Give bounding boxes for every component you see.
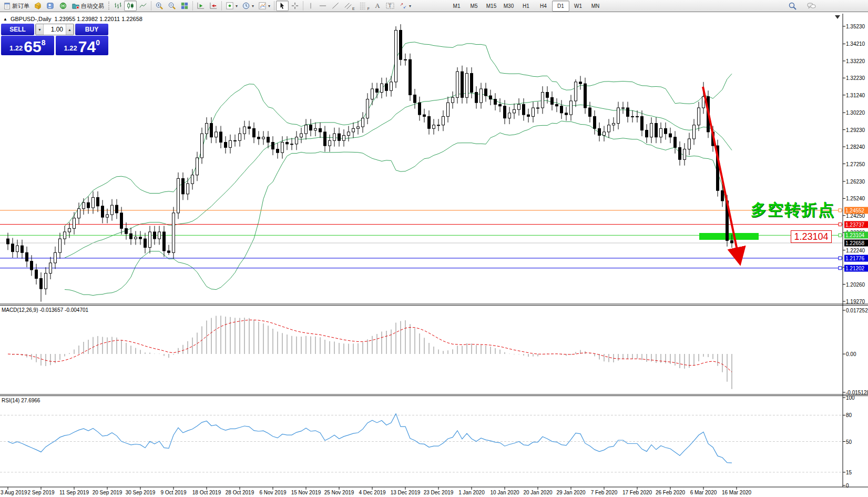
sell-price-button[interactable]: 1.22 65 8 [1,36,54,55]
buy-button[interactable]: BUY [75,24,108,35]
timeframe-button-H1[interactable]: H1 [517,1,535,12]
channel-button[interactable]: E [342,1,357,11]
price-axis-label: 1.30220 [846,110,865,116]
date-axis-label[interactable]: 17 Feb 2020 [622,490,652,495]
label-tool-button[interactable]: T [383,1,397,11]
horizontal-line-button[interactable] [316,1,329,11]
price-axis-label: 1.27250 [846,161,865,167]
date-axis-label[interactable]: 2 Sep 2019 [27,490,54,495]
date-axis-label[interactable]: 25 Nov 2019 [324,490,354,495]
date-axis-label[interactable]: 20 Jan 2020 [523,490,552,495]
toolbar-separator [274,1,274,11]
new-order-icon [3,2,11,10]
volume-increase-button[interactable]: ▲ [66,24,74,35]
horizontal-line-icon [319,2,327,10]
templates-button[interactable]: ▾ [256,1,272,11]
date-axis-label[interactable]: 4 Dec 2019 [359,490,385,495]
price-axis-label: 1.20260 [846,281,865,287]
date-axis-label[interactable]: 28 Oct 2019 [226,490,254,495]
buy-price-big: 74 [78,39,96,54]
macd-indicator-label: MACD(12,26,9) -0.013657 -0.004701 [2,307,88,313]
indicators-button[interactable]: ▾ [223,1,240,11]
buy-price-button[interactable]: 1.22 74 0 [56,36,109,55]
timeframe-button-MN[interactable]: MN [587,1,604,12]
timeframe-button-M1[interactable]: M1 [448,1,465,12]
price-axis-label: 1.32230 [846,75,865,81]
timeframe-button-M30[interactable]: M30 [500,1,517,12]
arrows-tool-icon [399,2,407,10]
search-button[interactable] [786,1,799,11]
vertical-line-button[interactable] [305,1,316,11]
line-chart-icon [139,2,147,10]
date-axis-label[interactable]: 9 Oct 2019 [161,490,187,495]
chevron-down-icon: ▾ [252,4,254,8]
line-chart-button[interactable] [137,1,149,11]
auto-scroll-button[interactable] [195,1,207,11]
text-tool-button[interactable]: A [372,1,383,11]
rsi-axis-label: 100 [846,395,855,401]
toolbar-separator [221,1,222,11]
volume-decrease-button[interactable]: ▼ [36,24,44,35]
autotrading-button[interactable]: 自动交易 [69,1,106,11]
date-axis-label[interactable]: 26 Feb 2020 [656,490,685,495]
new-order-button[interactable]: 新订单 [1,1,32,11]
tile-windows-button[interactable] [178,1,191,11]
periods-button[interactable]: ▾ [240,1,256,11]
price-axis-label: 1.22240 [846,247,865,253]
toolbar-grip [108,2,109,10]
date-axis-label[interactable]: 6 Mar 2020 [690,490,717,495]
label-tool-icon: T [385,2,395,10]
indicators-icon [226,2,234,10]
chat-icon [806,2,816,11]
journal-button[interactable] [32,1,44,11]
arrows-tool-button[interactable]: ▾ [397,1,413,11]
chevron-down-icon: ▾ [268,4,270,8]
trendline-button[interactable] [329,1,342,11]
chart-shift-button[interactable] [207,1,220,11]
timeframe-button-H4[interactable]: H4 [535,1,552,12]
date-axis-label[interactable]: 16 Mar 2020 [722,490,751,495]
date-axis-label[interactable]: 15 Nov 2019 [291,490,321,495]
price-badge: 1.21202 [844,265,868,271]
timeframe-button-D1[interactable]: D1 [552,1,569,12]
bars-chart-button[interactable] [111,1,124,11]
macd-axis-label: 0.017252 [846,308,868,313]
date-axis-label[interactable]: 23 Dec 2019 [424,490,454,495]
chart-canvas[interactable] [0,12,868,497]
toolbar-separator [151,1,151,11]
sell-button[interactable]: SELL [1,24,34,35]
date-axis-label[interactable]: 3 Aug 2019 [1,490,27,495]
candles-chart-button[interactable] [124,1,137,11]
timeframe-button-M5[interactable]: M5 [465,1,483,12]
zoom-in-button[interactable] [153,1,166,11]
chart-symbol-period: GBPUSD-,Daily [11,16,52,22]
date-axis-label[interactable]: 29 Jan 2020 [556,490,585,495]
rsi-axis-label: 0 [846,483,849,489]
date-axis-label[interactable]: 13 Dec 2019 [391,490,421,495]
signal-button[interactable] [57,1,69,11]
date-axis-label[interactable]: 30 Sep 2019 [126,490,156,495]
one-click-trading-panel: SELL ▼ 1.00 ▲ BUY 1.22 65 8 1.22 74 0 [1,24,108,55]
date-axis-label[interactable]: 10 Jan 2020 [490,490,519,495]
date-axis-label[interactable]: 1 Jan 2020 [458,490,485,495]
sell-price-small: 1.22 [9,44,23,52]
volume-value[interactable]: 1.00 [44,24,66,35]
date-axis-label[interactable]: 7 Feb 2020 [591,490,618,495]
chat-button[interactable] [804,1,819,11]
price-axis-label: 1.35230 [846,24,865,29]
zoom-out-button[interactable] [166,1,178,11]
date-axis-label[interactable]: 18 Oct 2019 [192,490,221,495]
fibonacci-button[interactable]: F [357,1,372,11]
timeframe-bar: M1M5M15M30H1H4D1W1MN [448,1,604,12]
crosshair-button[interactable] [289,1,301,11]
date-axis-label[interactable]: 11 Sep 2019 [59,490,89,495]
chart-window: ▲ GBPUSD-,Daily 1.23955 1.23982 1.22011 … [0,12,868,497]
timeframe-button-M15[interactable]: M15 [483,1,500,12]
date-axis-label[interactable]: 6 Nov 2019 [259,490,286,495]
price-axis-label: 1.26230 [846,178,865,184]
templates-icon [258,2,267,10]
editor-button[interactable] [44,1,57,11]
date-axis-label[interactable]: 20 Sep 2019 [93,490,122,495]
cursor-button[interactable] [276,1,289,11]
timeframe-button-W1[interactable]: W1 [569,1,587,12]
